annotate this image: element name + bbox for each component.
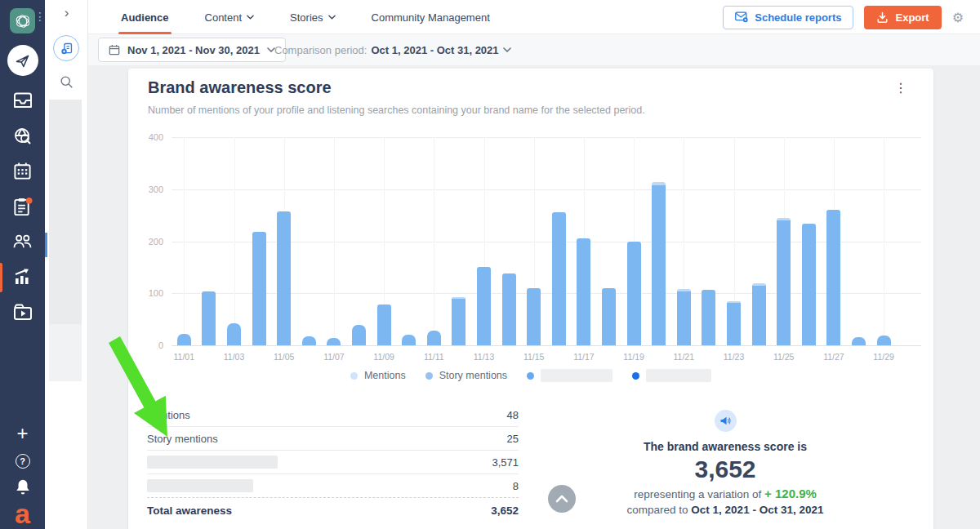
sidebar-item-notifications[interactable] [0,478,45,496]
primary-sidebar: ⋮ [0,0,45,529]
sidebar-item-calendar[interactable] [0,162,45,180]
table-total-row: Total awareness3,652 [147,498,519,523]
top-header: AudienceContentStoriesCommunity Manageme… [88,0,980,34]
legend-dot [527,372,534,380]
chart-legend: MentionsStory mentions [128,369,933,382]
tab-community-management[interactable]: Community Management [372,0,490,34]
chart-bar-11/28[interactable] [852,337,866,345]
brand-logo[interactable]: a [0,500,45,527]
chart-bar-11/22[interactable] [702,290,715,345]
bar-segment-base [627,242,641,346]
chart-bar-11/03[interactable] [227,323,241,345]
chart-bar-11/25[interactable] [777,218,791,345]
workspace-menu-kebab-icon[interactable]: ⋮ [34,11,46,22]
filter-bar: Nov 1, 2021 - Nov 30, 2021 Comparison pe… [88,34,980,65]
legend-item-redacted-2[interactable] [527,369,612,382]
bar-segment-base [352,325,366,346]
report-add-icon [60,42,74,56]
variation-value: + 120.9% [764,487,817,500]
bar-segment-base [826,210,840,345]
chart-bar-11/18[interactable] [602,288,616,345]
card-title: Brand awareness score [148,78,332,97]
chart-bar-11/01[interactable] [177,334,191,345]
chart-bar-11/08[interactable] [352,325,366,346]
table-row: Story mentions25 [147,427,519,451]
chart-bar-11/09[interactable] [377,305,391,345]
search-button[interactable] [60,75,74,92]
card-menu-kebab-icon[interactable]: ⋮ [894,80,907,96]
sidebar-item-listening[interactable] [0,127,45,146]
x-axis-label: 11/21 [666,352,702,362]
bar-segment-base [477,267,491,345]
tab-stories[interactable]: Stories [290,0,335,34]
comparison-value: Oct 1, 2021 - Oct 31, 2021 [371,44,498,56]
chart-bar-11/12[interactable] [452,297,466,345]
sidebar-item-library[interactable] [0,303,45,321]
expand-rail-button[interactable]: › [45,5,88,21]
table-row: 8 [147,474,519,498]
total-label: Total awareness [147,505,232,517]
sidebar-item-stats[interactable] [0,267,45,287]
profiles-rail: › [45,0,88,529]
redacted-row-label [147,456,278,469]
sidebar-item-publish[interactable] [0,45,45,76]
date-range-value: Nov 1, 2021 - Nov 30, 2021 [127,44,260,56]
chart-bar-11/07[interactable] [327,338,341,345]
sidebar-item-fans[interactable] [0,232,45,251]
chart-bar-11/24[interactable] [752,283,766,346]
bar-segment-base [452,299,466,345]
calendar-small-icon [109,44,120,56]
sidebar-item-help[interactable]: ? [0,454,45,469]
chart-bar-11/04[interactable] [252,232,266,345]
sidebar-item-inbox[interactable] [0,92,45,110]
bar-segment-base [427,331,441,345]
help-icon: ? [16,454,30,469]
chart-bar-11/19[interactable] [627,242,641,346]
x-axis-label: 11/07 [316,352,352,362]
chart-bar-11/27[interactable] [826,210,840,345]
people-icon [12,232,33,251]
chart-bar-11/13[interactable] [477,267,491,345]
comparison-period-selector[interactable]: Comparison period: Oct 1, 2021 - Oct 31,… [274,34,511,65]
chart-bar-11/05[interactable] [277,211,291,345]
legend-label: Story mentions [439,370,507,381]
chart-bar-11/11[interactable] [427,331,441,345]
annotation-arrow [105,333,178,443]
chart-bar-11/26[interactable] [802,224,816,345]
add-report-button[interactable] [53,35,79,61]
legend-item-redacted-3[interactable] [632,369,711,382]
chart-bar-11/10[interactable] [402,335,416,345]
awareness-table: Mentions48Story mentions253,5718Total aw… [147,403,519,523]
card-subtitle: Number of mentions of your profile and l… [148,104,645,116]
legend-item-mentions[interactable]: Mentions [350,370,406,381]
summary-score: 3,652 [590,456,860,483]
bar-chart: 010020030040011/0111/0311/0511/0711/0911… [172,137,921,345]
chart-bar-11/14[interactable] [502,273,516,345]
schedule-reports-button[interactable]: Schedule reports [723,6,853,29]
x-axis-label: 11/13 [466,352,502,362]
chart-bar-11/15[interactable] [527,288,541,345]
tab-audience[interactable]: Audience [121,0,169,34]
gear-icon[interactable]: ⚙ [952,10,964,25]
chart-bar-11/17[interactable] [577,238,590,345]
scroll-top-button[interactable] [548,485,576,513]
bell-icon [15,478,31,496]
total-value: 3,652 [491,505,519,517]
chart-bar-11/16[interactable] [552,212,566,345]
chart-bar-11/21[interactable] [677,289,691,345]
chart-bar-11/02[interactable] [202,291,216,345]
chart-bar-11/20[interactable] [652,182,666,345]
chart-bar-11/29[interactable] [877,336,891,345]
bar-segment-base [302,336,316,345]
workspace-avatar-icon [10,8,35,33]
tab-content[interactable]: Content [205,0,255,34]
export-button[interactable]: Export [864,6,941,29]
legend-dot [632,372,639,380]
chart-bar-11/23[interactable] [727,301,741,345]
summary-heading: The brand awareness score is [590,440,860,453]
date-range-picker[interactable]: Nov 1, 2021 - Nov 30, 2021 [98,38,286,62]
legend-item-story-mentions[interactable]: Story mentions [425,370,507,381]
sidebar-item-reports[interactable] [0,197,45,217]
sidebar-item-add[interactable]: + [0,424,45,443]
chart-bar-11/06[interactable] [302,336,316,345]
